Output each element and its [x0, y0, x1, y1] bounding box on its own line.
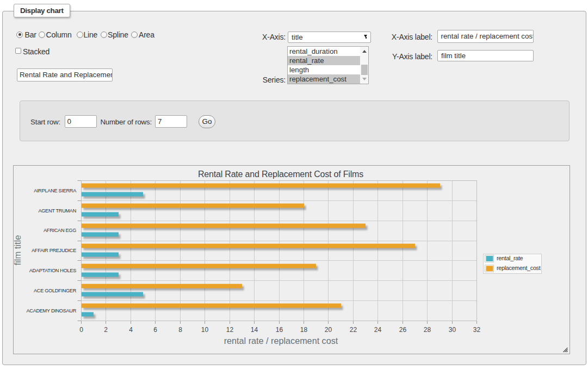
- svg-text:12: 12: [226, 326, 234, 334]
- svg-text:ACADEMY DINOSAUR: ACADEMY DINOSAUR: [26, 308, 76, 313]
- svg-text:24: 24: [374, 326, 382, 334]
- svg-text:2: 2: [104, 326, 108, 334]
- svg-text:30: 30: [449, 326, 456, 334]
- svg-text:rental_rate: rental_rate: [497, 255, 523, 261]
- svg-text:22: 22: [350, 326, 357, 334]
- svg-text:AFRICAN EGG: AFRICAN EGG: [44, 228, 76, 233]
- svg-text:10: 10: [201, 326, 209, 334]
- svg-text:18: 18: [300, 326, 308, 334]
- svg-text:6: 6: [153, 326, 157, 334]
- svg-text:14: 14: [251, 326, 258, 334]
- svg-text:0: 0: [79, 326, 83, 334]
- svg-text:film title: film title: [14, 235, 22, 265]
- svg-text:26: 26: [399, 326, 407, 334]
- svg-text:replacement_cost: replacement_cost: [497, 265, 541, 271]
- svg-text:AGENT TRUMAN: AGENT TRUMAN: [38, 208, 76, 213]
- svg-text:AFFAIR PREJUDICE: AFFAIR PREJUDICE: [32, 248, 76, 253]
- svg-text:28: 28: [424, 326, 431, 334]
- svg-text:ADAPTATION HOLES: ADAPTATION HOLES: [29, 268, 76, 273]
- svg-text:20: 20: [325, 326, 332, 334]
- svg-text:Rental Rate and Replacement Co: Rental Rate and Replacement Cost of Film…: [198, 169, 363, 178]
- svg-text:rental rate / replacement cost: rental rate / replacement cost: [224, 335, 338, 345]
- svg-text:16: 16: [276, 326, 283, 334]
- svg-text:32: 32: [473, 326, 481, 334]
- svg-text:4: 4: [129, 326, 133, 334]
- svg-text:AIRPLANE SIERRA: AIRPLANE SIERRA: [34, 187, 77, 193]
- svg-text:ACE GOLDFINGER: ACE GOLDFINGER: [34, 287, 77, 293]
- svg-text:8: 8: [178, 326, 182, 334]
